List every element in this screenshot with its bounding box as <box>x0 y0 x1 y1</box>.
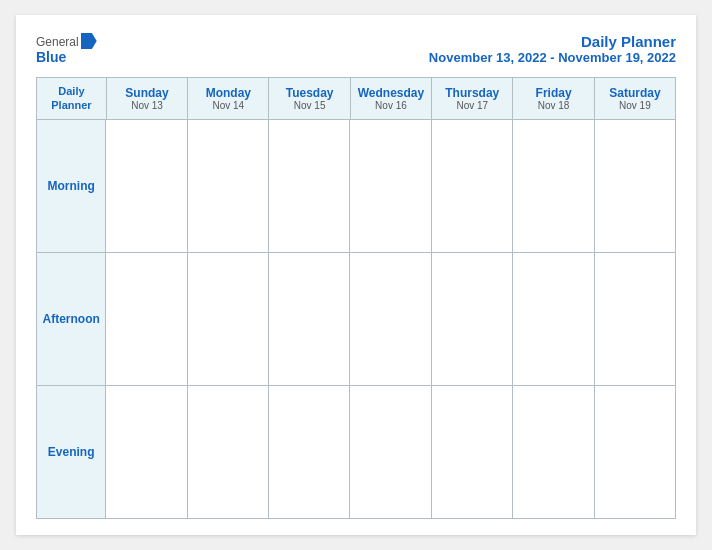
row-morning: Morning <box>37 120 675 253</box>
logo-area: General Blue <box>36 33 97 65</box>
cell-evening-fri[interactable] <box>513 386 594 518</box>
label-morning: Morning <box>37 120 106 252</box>
header-cell-sun: Sunday Nov 13 <box>107 78 188 119</box>
calendar-table: DailyPlanner Sunday Nov 13 Monday Nov 14… <box>36 77 676 519</box>
title-area: Daily Planner November 13, 2022 - Novemb… <box>429 33 676 65</box>
header-cell-fri: Friday Nov 18 <box>513 78 594 119</box>
cell-morning-sun[interactable] <box>106 120 187 252</box>
header-cell-thu: Thursday Nov 17 <box>432 78 513 119</box>
planner-page: General Blue Daily Planner November 13, … <box>16 15 696 535</box>
date-range: November 13, 2022 - November 19, 2022 <box>429 50 676 65</box>
cell-afternoon-tue[interactable] <box>269 253 350 385</box>
page-header: General Blue Daily Planner November 13, … <box>36 33 676 65</box>
logo-blue: Blue <box>36 49 66 65</box>
header-cell-mon: Monday Nov 14 <box>188 78 269 119</box>
cell-afternoon-sun[interactable] <box>106 253 187 385</box>
cell-afternoon-wed[interactable] <box>350 253 431 385</box>
cell-morning-mon[interactable] <box>188 120 269 252</box>
cell-evening-wed[interactable] <box>350 386 431 518</box>
page-title: Daily Planner <box>429 33 676 50</box>
cell-evening-sat[interactable] <box>595 386 675 518</box>
cell-morning-wed[interactable] <box>350 120 431 252</box>
cell-evening-mon[interactable] <box>188 386 269 518</box>
logo-brand: General <box>36 33 97 49</box>
cell-afternoon-mon[interactable] <box>188 253 269 385</box>
cell-morning-fri[interactable] <box>513 120 594 252</box>
calendar-body: Morning Afternoon <box>37 120 675 518</box>
calendar-header-row: DailyPlanner Sunday Nov 13 Monday Nov 14… <box>37 78 675 120</box>
cell-morning-sat[interactable] <box>595 120 675 252</box>
header-cell-tue: Tuesday Nov 15 <box>269 78 350 119</box>
label-evening: Evening <box>37 386 106 518</box>
cell-morning-thu[interactable] <box>432 120 513 252</box>
cell-morning-tue[interactable] <box>269 120 350 252</box>
cell-afternoon-sat[interactable] <box>595 253 675 385</box>
label-afternoon: Afternoon <box>37 253 106 385</box>
cell-evening-tue[interactable] <box>269 386 350 518</box>
header-cell-sat: Saturday Nov 19 <box>595 78 675 119</box>
cell-evening-thu[interactable] <box>432 386 513 518</box>
cell-afternoon-thu[interactable] <box>432 253 513 385</box>
row-afternoon: Afternoon <box>37 253 675 386</box>
blue-arrow-icon <box>81 33 97 49</box>
cell-afternoon-fri[interactable] <box>513 253 594 385</box>
header-cell-wed: Wednesday Nov 16 <box>351 78 432 119</box>
cell-evening-sun[interactable] <box>106 386 187 518</box>
logo-general: General <box>36 34 79 49</box>
row-evening: Evening <box>37 386 675 518</box>
header-cell-label: DailyPlanner <box>37 78 107 119</box>
